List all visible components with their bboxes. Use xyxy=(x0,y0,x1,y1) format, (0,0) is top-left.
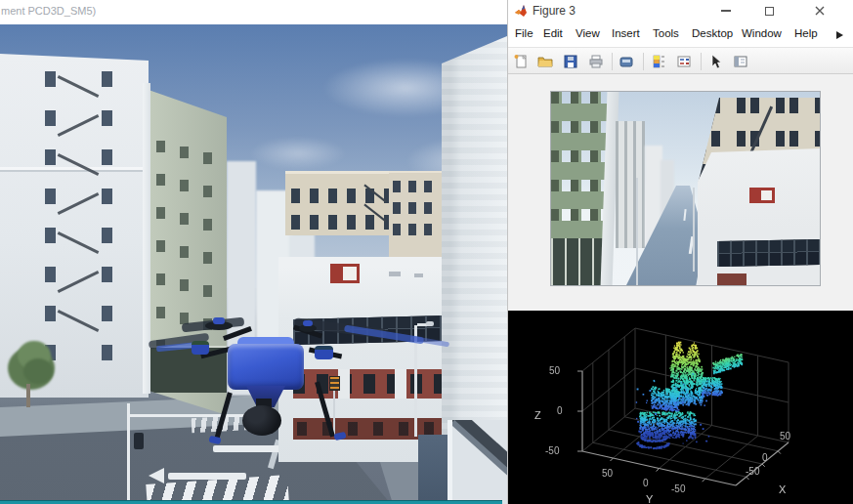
print-figure-button[interactable] xyxy=(585,52,607,71)
x-tick: 50 xyxy=(780,431,790,441)
minimize-icon xyxy=(721,10,731,12)
figure-toolbar xyxy=(508,47,853,74)
motor-pod xyxy=(303,320,313,326)
save-figure-button[interactable] xyxy=(560,52,581,71)
close-icon xyxy=(815,6,825,16)
figure-titlebar[interactable]: Figure 3 xyxy=(508,0,853,21)
pointcloud-axes[interactable]: 50 0 -50 Z 50 0 -50 Y 50 0 -50 X xyxy=(508,311,853,504)
figure-menubar: File Edit View Insert Tools Desktop Wind… xyxy=(508,21,853,47)
save-floppy-icon xyxy=(563,54,578,69)
motor-pod xyxy=(213,317,225,324)
menu-item-file[interactable]: File xyxy=(515,27,533,39)
y-tick: -50 xyxy=(671,483,685,494)
x-tick: -50 xyxy=(746,466,759,477)
link-plot-button[interactable] xyxy=(616,52,637,71)
open-file-button[interactable] xyxy=(534,52,556,71)
property-editor-icon xyxy=(733,54,748,69)
cloud xyxy=(249,137,347,170)
toolbar-separator xyxy=(643,53,644,70)
menu-item-insert[interactable]: Insert xyxy=(612,27,640,39)
matlab-logo-icon xyxy=(514,4,528,18)
menu-overflow-icon[interactable] xyxy=(836,31,843,39)
drone-foot xyxy=(333,432,346,441)
drone xyxy=(137,313,449,449)
open-folder-icon xyxy=(537,54,553,69)
traffic-light-pole xyxy=(127,403,130,504)
cam-lamp-pole xyxy=(693,188,695,272)
menu-item-window[interactable]: Window xyxy=(742,27,782,39)
new-figure-button[interactable] xyxy=(510,52,532,71)
property-editor-button[interactable] xyxy=(730,52,751,71)
z-tick: -50 xyxy=(545,445,559,456)
gimbal-camera xyxy=(242,405,281,436)
drone-body xyxy=(228,344,304,390)
new-figure-icon xyxy=(513,54,529,69)
z-tick: 50 xyxy=(549,365,560,376)
maximize-button[interactable] xyxy=(747,0,790,21)
minimize-button[interactable] xyxy=(704,0,747,21)
motor-pod xyxy=(315,346,333,359)
link-plot-icon xyxy=(618,54,634,69)
window-row xyxy=(393,181,440,192)
ue-3d-viewport[interactable] xyxy=(0,24,507,504)
colorbar-icon xyxy=(651,54,666,69)
window-column xyxy=(102,71,112,364)
close-button[interactable] xyxy=(798,0,841,21)
rotor-blur-icon xyxy=(410,336,449,348)
y-tick: 50 xyxy=(602,468,613,479)
printer-icon xyxy=(588,54,604,69)
motor-pod xyxy=(192,341,209,355)
x-tick: 0 xyxy=(762,452,768,463)
figure-title: Figure 3 xyxy=(533,4,576,18)
cam-red-door-frame xyxy=(749,188,775,203)
z-tick: 0 xyxy=(557,405,563,416)
roof-vent xyxy=(389,272,401,276)
cam-lamp-pole xyxy=(636,178,638,286)
legend-icon xyxy=(676,54,692,69)
menu-item-edit[interactable]: Edit xyxy=(543,27,563,39)
insert-colorbar-button[interactable] xyxy=(648,52,669,71)
maximize-icon xyxy=(765,7,774,16)
figure-canvas xyxy=(508,74,853,311)
drone-leg xyxy=(214,392,233,440)
toolbar-separator xyxy=(701,53,702,70)
insert-legend-button[interactable] xyxy=(673,52,695,71)
cursor-arrow-icon xyxy=(708,54,724,69)
menu-item-help[interactable]: Help xyxy=(794,27,818,39)
window-row xyxy=(393,224,440,235)
cam-white-building xyxy=(616,121,645,248)
menu-item-view[interactable]: View xyxy=(576,27,600,39)
menu-item-desktop[interactable]: Desktop xyxy=(692,27,733,39)
taskbar-edge xyxy=(0,500,502,504)
tree-trunk xyxy=(26,384,30,407)
cam-dark-band xyxy=(717,239,821,267)
lane-arrow-turn-head xyxy=(149,468,164,483)
cam-green-storefront xyxy=(551,238,605,286)
y-tick: 0 xyxy=(643,478,649,488)
ue-window-titlebar: ment PCD3D_SM5) xyxy=(0,0,507,24)
corner-building-wall xyxy=(452,420,507,504)
building-left-ledge xyxy=(0,167,149,170)
menu-item-tools[interactable]: Tools xyxy=(653,27,679,39)
y-axis-label: Y xyxy=(646,493,653,504)
drone-leg xyxy=(315,381,335,437)
ue-window-title: ment PCD3D_SM5) xyxy=(1,5,96,17)
matlab-figure-window: Figure 3 File Edit View Insert Tools Des… xyxy=(507,0,853,504)
toolbar-separator xyxy=(612,53,613,70)
lane-arrow-turn xyxy=(168,473,246,480)
red-door-frame xyxy=(330,264,360,283)
tree-foliage xyxy=(23,358,53,384)
roof-vent xyxy=(414,273,423,277)
edit-plot-button[interactable] xyxy=(705,52,727,71)
window-row xyxy=(393,202,440,214)
window-column xyxy=(45,71,56,364)
camera-view-axes[interactable] xyxy=(550,91,821,286)
x-axis-label: X xyxy=(779,483,786,495)
cam-red-strip xyxy=(717,273,746,286)
screenshot-root: ment PCD3D_SM5) xyxy=(0,0,853,504)
z-axis-label: Z xyxy=(534,409,541,421)
